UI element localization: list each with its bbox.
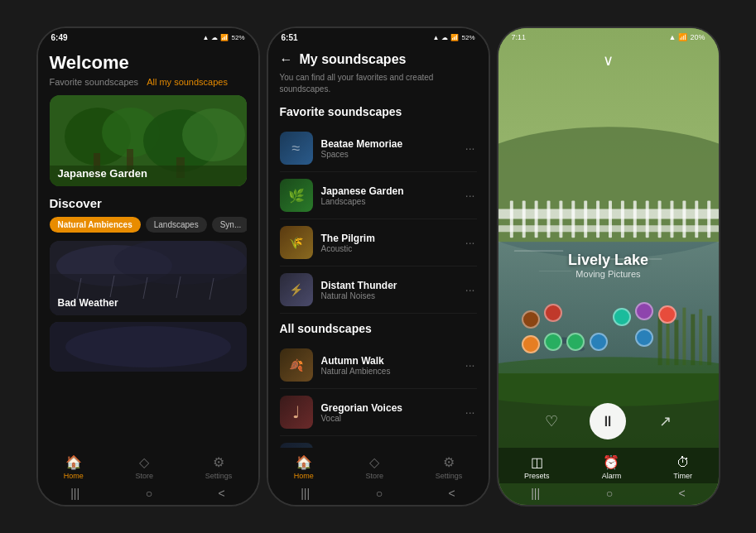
chip-syn[interactable]: Syn... bbox=[212, 217, 247, 233]
share-button[interactable]: ↗ bbox=[647, 403, 683, 439]
thumb-pilgrim bbox=[280, 226, 313, 259]
discover-title: Discover bbox=[50, 196, 247, 210]
nav-store-1[interactable]: ◇ Store bbox=[135, 454, 153, 480]
list-item[interactable]: Gregorian Voices Vocal ··· bbox=[280, 389, 477, 436]
mixer-circle-pink[interactable] bbox=[658, 305, 677, 324]
info-garden: Japanese Garden Landscapes bbox=[321, 185, 455, 206]
gesture-back-1: < bbox=[219, 487, 225, 500]
more-dots-autumn[interactable]: ··· bbox=[464, 358, 477, 372]
mixer-circle-green1[interactable] bbox=[544, 333, 562, 351]
more-dots-thunder[interactable]: ··· bbox=[464, 283, 477, 296]
thumb-gregorian bbox=[280, 396, 313, 429]
timer-icon: ⏱ bbox=[677, 455, 690, 470]
soundscape-tabs: Favorite soundscapes All my soundscapes bbox=[50, 77, 247, 87]
gesture-menu-1: ||| bbox=[70, 487, 79, 500]
bad-weather-card[interactable]: Bad Weather bbox=[50, 241, 247, 315]
nav-settings-1[interactable]: ⚙ Settings bbox=[205, 454, 233, 480]
home-icon-2: 🏠 bbox=[296, 454, 312, 470]
list-item[interactable]: Autumn Walk Natural Ambiences ··· bbox=[280, 342, 477, 389]
page-subtitle: You can find all your favorites and crea… bbox=[280, 72, 477, 95]
chevron-down-icon: ∨ bbox=[603, 51, 614, 70]
mixer-circle-green2[interactable] bbox=[566, 333, 585, 351]
back-arrow-icon[interactable]: ← bbox=[280, 52, 293, 67]
more-dots-garden[interactable]: ··· bbox=[464, 189, 477, 202]
status-bar-2: 6:51 ▲ ☁ 📶 52% bbox=[268, 28, 489, 46]
cat-gregorian: Vocal bbox=[321, 414, 455, 423]
mixer-circle-brown[interactable] bbox=[522, 310, 540, 329]
chevron-down-btn[interactable]: ∨ bbox=[498, 45, 719, 76]
mixer-circle-purple[interactable] bbox=[635, 302, 653, 320]
more-dots-pilgrim[interactable]: ··· bbox=[464, 236, 477, 249]
list-item[interactable]: The Pilgrim Acoustic ··· bbox=[280, 219, 477, 266]
thumb-thunder bbox=[280, 273, 313, 306]
svg-rect-12 bbox=[50, 274, 247, 315]
bottom-nav-2: 🏠 Home ◇ Store ⚙ Settings bbox=[268, 448, 489, 483]
list-item[interactable]: Japanese Garden Landscapes ··· bbox=[280, 172, 477, 219]
back-header: ← My soundscapes bbox=[280, 52, 477, 67]
player-title-area: Lively Lake Moving Pictures bbox=[498, 252, 719, 279]
cat-pilgrim: Acoustic bbox=[321, 244, 455, 253]
all-section-title: All soundscapes bbox=[280, 322, 477, 335]
filter-chips: Natural Ambiences Landscapes Syn... bbox=[50, 217, 247, 233]
info-pilgrim: The Pilgrim Acoustic bbox=[321, 233, 455, 253]
player-status-icons: ▲ 📶 20% bbox=[669, 33, 705, 41]
nav-presets[interactable]: ◫ Presets bbox=[524, 454, 550, 480]
nav-store-2[interactable]: ◇ Store bbox=[365, 454, 383, 480]
nav-timer[interactable]: ⏱ Timer bbox=[673, 455, 692, 480]
bottom-nav-1: 🏠 Home ◇ Store ⚙ Settings bbox=[38, 448, 258, 483]
pause-button[interactable]: ⏸ bbox=[590, 403, 626, 439]
nav-gesture-1: ||| ○ < bbox=[38, 483, 258, 505]
small-card-bg bbox=[50, 322, 247, 372]
info-autumn: Autumn Walk Natural Ambiences bbox=[321, 355, 455, 376]
mixer-circle-cyan[interactable] bbox=[613, 308, 631, 326]
nav-home-2[interactable]: 🏠 Home bbox=[294, 454, 314, 480]
gesture-menu-2: ||| bbox=[301, 487, 310, 500]
tab-favorites[interactable]: Favorite soundscapes bbox=[50, 77, 139, 87]
nav-home-1[interactable]: 🏠 Home bbox=[64, 454, 84, 480]
svg-point-19 bbox=[65, 326, 231, 367]
more-dots-beatae[interactable]: ··· bbox=[464, 142, 477, 155]
favorites-list: Beatae Memoriae Spaces ··· Japanese Gard… bbox=[280, 125, 477, 314]
time-1: 6:49 bbox=[51, 33, 68, 42]
featured-card[interactable]: Japanese Garden bbox=[50, 95, 247, 186]
mixer-area bbox=[507, 287, 710, 395]
mixer-circle-orange[interactable] bbox=[522, 335, 540, 353]
phone2-content: ← My soundscapes You can find all your f… bbox=[268, 46, 489, 448]
nav-alarm[interactable]: ⏰ Alarm bbox=[602, 454, 622, 480]
list-item[interactable]: Dreaming Nautilus Ambient Soundscapes ··… bbox=[280, 436, 477, 448]
heart-icon: ♡ bbox=[545, 412, 558, 430]
mixer-circle-blue2[interactable] bbox=[635, 329, 653, 347]
thumb-nautilus bbox=[280, 443, 313, 448]
small-discover-card[interactable] bbox=[50, 322, 247, 372]
player-controls: ♡ ⏸ ↗ bbox=[498, 395, 719, 448]
name-gregorian: Gregorian Voices bbox=[321, 402, 455, 414]
more-dots-gregorian[interactable]: ··· bbox=[464, 406, 477, 419]
list-item[interactable]: Distant Thunder Natural Noises ··· bbox=[280, 266, 477, 314]
player-spacer-top bbox=[498, 76, 719, 252]
home-icon-1: 🏠 bbox=[65, 454, 82, 470]
welcome-title: Welcome bbox=[50, 52, 247, 74]
favorite-button[interactable]: ♡ bbox=[533, 403, 570, 439]
gesture-home-2: ○ bbox=[376, 487, 383, 500]
mixer-circle-blue1[interactable] bbox=[590, 333, 608, 351]
gesture-back-3: < bbox=[679, 487, 686, 500]
gesture-menu-3: ||| bbox=[531, 487, 540, 500]
chip-landscapes[interactable]: Landscapes bbox=[146, 217, 207, 233]
phone-soundscapes: 6:51 ▲ ☁ 📶 52% ← My soundscapes You can … bbox=[267, 26, 490, 507]
nav-settings-2[interactable]: ⚙ Settings bbox=[436, 454, 463, 480]
settings-icon-2: ⚙ bbox=[443, 454, 455, 470]
featured-label: Japanese Garden bbox=[58, 167, 147, 180]
presets-icon: ◫ bbox=[531, 454, 543, 470]
nav-gesture-3: ||| ○ < bbox=[498, 483, 719, 505]
cat-thunder: Natural Noises bbox=[321, 291, 455, 300]
favorites-section-title: Favorite soundscapes bbox=[280, 105, 477, 118]
mixer-circle-red[interactable] bbox=[544, 304, 562, 322]
name-thunder: Distant Thunder bbox=[321, 280, 455, 291]
chip-natural[interactable]: Natural Ambiences bbox=[50, 217, 141, 233]
tab-all-soundscapes[interactable]: All my soundscapes bbox=[147, 77, 228, 87]
player-time: 7:11 bbox=[512, 33, 527, 41]
phone-player: 7:11 ▲ 📶 20% ∨ Lively Lake Moving Pictur… bbox=[497, 26, 720, 507]
name-autumn: Autumn Walk bbox=[321, 355, 455, 367]
page-title: My soundscapes bbox=[300, 52, 407, 67]
list-item[interactable]: Beatae Memoriae Spaces ··· bbox=[280, 125, 477, 172]
